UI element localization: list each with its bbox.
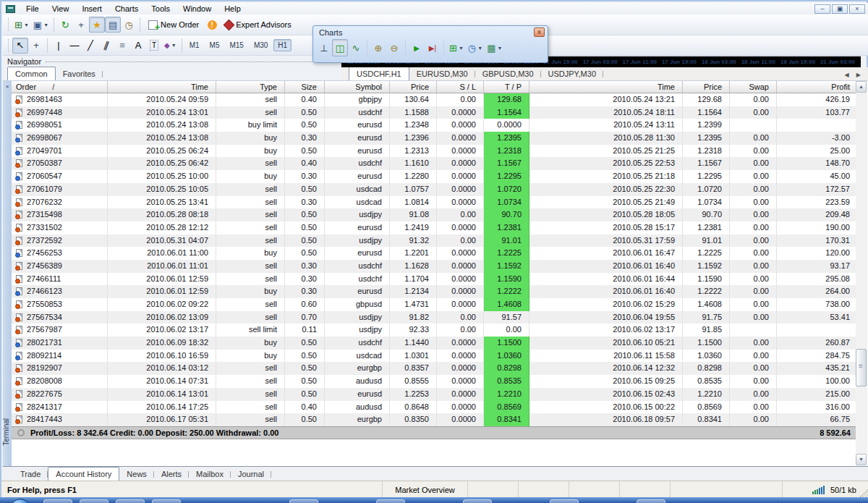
table-row[interactable]: 27550853 2010.06.02 09:22 sell 0.60 gbpu… (12, 298, 858, 311)
text-label-button[interactable]: T (146, 38, 162, 54)
navigator-button[interactable]: ★ (89, 17, 105, 33)
profiles-button[interactable]: ▣▼ (31, 17, 51, 33)
bar-chart-button[interactable]: ⊥ (316, 39, 332, 56)
timeframe-button[interactable]: M5 (205, 39, 224, 51)
trendline-button[interactable]: ╱ (82, 38, 98, 54)
taskbar-button[interactable] (463, 499, 492, 503)
scroll-down-icon[interactable]: ▼ (856, 454, 867, 465)
table-row[interactable]: 27060547 2010.05.25 10:00 buy 0.30 eurus… (12, 170, 858, 183)
palette-new-chart-button[interactable]: ⊞▼ (447, 39, 466, 56)
new-chart-button[interactable]: ⊞▼ (12, 17, 31, 33)
taskbar-button[interactable] (637, 499, 665, 503)
charts-palette-close-icon[interactable]: x (534, 28, 545, 37)
table-row[interactable]: 27456389 2010.06.01 11:01 sell 0.30 usdc… (12, 260, 858, 273)
chart-tab[interactable]: GBPUSD,M30 (475, 68, 541, 80)
table-row[interactable]: 26998067 2010.05.24 13:08 buy 0.30 eurus… (12, 132, 858, 145)
text-tool-button[interactable]: A (130, 38, 146, 54)
periods-button[interactable]: ◷▼ (466, 39, 485, 56)
horizontal-line-button[interactable]: — (67, 38, 82, 54)
taskbar-button[interactable] (80, 499, 109, 503)
menu-item[interactable]: File (20, 4, 46, 14)
terminal-button[interactable]: ▤ (105, 17, 121, 33)
column-header-size[interactable]: Size (285, 81, 325, 93)
column-header-swap[interactable]: Swap (730, 81, 777, 93)
terminal-tab[interactable]: Account History (48, 467, 119, 481)
column-header-sl[interactable]: S / L (437, 81, 484, 93)
resize-grip[interactable] (859, 489, 868, 497)
fibonacci-button[interactable]: ≡ (114, 38, 130, 54)
vertical-line-button[interactable]: | (51, 38, 67, 54)
table-row[interactable]: 27567534 2010.06.02 13:09 sell 0.70 usdj… (12, 311, 858, 324)
tab-scroll-arrows[interactable]: ◀ ▶ (844, 72, 868, 80)
channel-button[interactable]: ∥ (98, 38, 114, 54)
toolbar-grip[interactable] (8, 18, 10, 31)
menu-item[interactable]: View (46, 4, 76, 14)
charts-palette[interactable]: Charts x ⊥ ◫ ∿ ⊕ ⊖ ▶ ▶| ⊞▼ ◷▼ ▦▼ (312, 25, 548, 63)
taskbar-button[interactable] (116, 499, 145, 503)
table-row[interactable]: 28208008 2010.06.14 07:31 sell 0.50 audu… (12, 375, 858, 388)
timeframe-button[interactable]: M15 (225, 39, 247, 51)
table-row[interactable]: 26981463 2010.05.24 09:59 sell 0.40 gbpj… (12, 93, 858, 106)
market-watch-button[interactable]: ↻ (57, 17, 73, 33)
column-header-close-price[interactable]: Price (683, 81, 730, 93)
taskbar-button[interactable] (43, 499, 72, 503)
menu-item[interactable]: Window (176, 4, 218, 14)
table-row[interactable]: 27331502 2010.05.28 12:12 sell 0.50 euru… (12, 221, 858, 234)
cursor-tool-button[interactable]: ↖ (12, 38, 28, 54)
crosshair-tool-button[interactable]: + (28, 38, 44, 54)
zoom-out-button[interactable]: ⊖ (386, 39, 402, 56)
scrollbar-thumb[interactable] (856, 349, 867, 386)
templates-button[interactable]: ▦▼ (485, 39, 504, 56)
table-row[interactable]: 27456253 2010.06.01 11:00 buy 0.50 eurus… (12, 247, 858, 260)
table-row[interactable]: 28021731 2010.06.09 18:32 buy 0.50 usdch… (12, 337, 858, 350)
table-row[interactable]: 27049701 2010.05.25 06:24 buy 0.50 eurus… (12, 145, 858, 158)
taskbar-button[interactable] (376, 499, 405, 503)
taskbar-button[interactable] (289, 499, 318, 503)
terminal-tab[interactable]: Mailbox (189, 468, 231, 481)
menu-item[interactable]: Help (218, 4, 247, 14)
table-row[interactable]: 27567987 2010.06.02 13:17 sell limit 0.1… (12, 324, 858, 337)
table-row[interactable]: 28417443 2010.06.17 05:31 sell 0.50 eurg… (12, 413, 858, 426)
chart-tab[interactable]: USDCHF,H1 (349, 67, 409, 80)
navigator-tab[interactable]: Common (7, 67, 56, 80)
terminal-tab[interactable]: Alerts (154, 468, 189, 481)
new-order-button[interactable]: New Order (143, 18, 204, 32)
table-row[interactable]: 28092114 2010.06.10 16:59 buy 0.50 usdca… (12, 350, 858, 363)
chart-shift-button[interactable]: ▶| (425, 39, 441, 56)
charts-palette-titlebar[interactable]: Charts x (313, 26, 548, 38)
navigator-tab[interactable]: Favorites (56, 68, 103, 80)
table-row[interactable]: 27076232 2010.05.25 13:41 sell 0.30 usdc… (12, 196, 858, 209)
table-row[interactable]: 27315498 2010.05.28 08:18 sell 0.50 usdj… (12, 208, 858, 221)
navigator-header[interactable]: Navigator × (3, 56, 341, 67)
auto-scroll-button[interactable]: ▶ (409, 39, 425, 56)
line-chart-button[interactable]: ∿ (348, 39, 364, 56)
taskbar-button[interactable] (550, 499, 579, 503)
terminal-close-icon[interactable]: × (4, 83, 11, 90)
strategy-tester-button[interactable]: ◷ (121, 17, 137, 33)
chart-tab[interactable]: USDJPY,M30 (541, 68, 603, 80)
terminal-tab[interactable]: Trade (13, 468, 48, 481)
terminal-tab[interactable]: Journal (231, 468, 271, 481)
timeframe-button[interactable]: M30 (250, 39, 272, 51)
timeframe-button[interactable]: M1 (185, 39, 204, 51)
timeframe-button[interactable]: H1 (273, 39, 292, 51)
candlestick-button[interactable]: ◫ (332, 39, 348, 56)
arrows-tool-button[interactable]: ◆▼ (162, 38, 179, 54)
table-row[interactable]: 27466123 2010.06.01 12:59 buy 0.30 eurus… (12, 285, 858, 298)
table-row[interactable]: 27372592 2010.05.31 04:07 sell 0.50 usdj… (12, 234, 858, 248)
column-header-order[interactable]: Order / (12, 81, 108, 93)
expert-advisors-button[interactable]: Expert Advisors (220, 18, 296, 31)
chart-tab[interactable]: EURUSD,M30 (409, 68, 475, 80)
terminal-tab[interactable]: News (119, 468, 154, 481)
table-row[interactable]: 27466111 2010.06.01 12:59 sell 0.30 usdc… (12, 273, 858, 286)
column-header-open-time[interactable]: Time (108, 81, 216, 93)
close-button[interactable]: × (849, 4, 865, 14)
table-row[interactable]: 26998051 2010.05.24 13:08 buy limit 0.50… (12, 119, 858, 132)
start-button[interactable] (10, 499, 30, 503)
toolbar-grip[interactable] (8, 39, 10, 52)
data-window-button[interactable]: + (73, 17, 89, 33)
table-row[interactable]: 26997448 2010.05.24 13:01 sell 0.50 usdc… (12, 106, 858, 119)
column-header-open-price[interactable]: Price (390, 81, 437, 93)
table-row[interactable]: 27061079 2010.05.25 10:05 sell 0.50 usdc… (12, 183, 858, 196)
column-header-tp[interactable]: T / P (484, 81, 529, 93)
